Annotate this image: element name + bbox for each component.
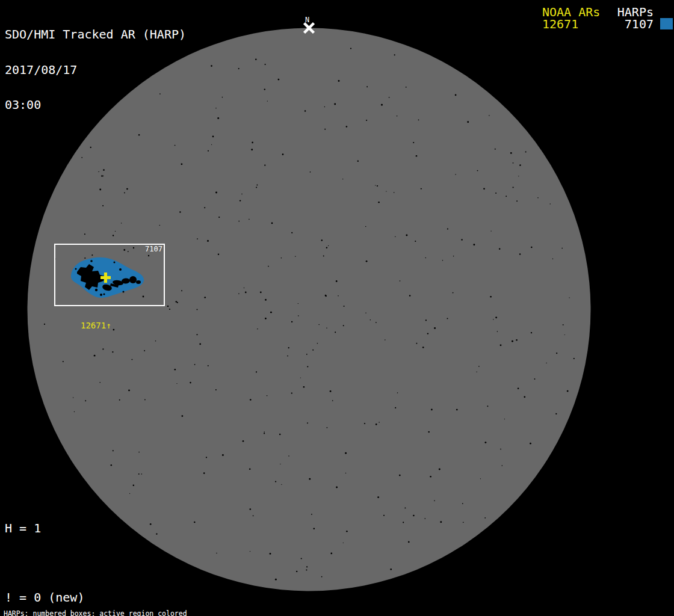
date-label: 2017/08/17 [5,64,186,76]
harp-count-line: H = 1 [5,523,143,534]
caption-harps: HARPs: numbered boxes; active region col… [4,610,246,616]
caption-block: HARPs: numbered boxes; active region col… [4,596,246,616]
title-block: SDO/HMI Tracked AR (HARP) 2017/08/17 03:… [5,5,186,123]
noaa-ars-number: 12671 [542,19,600,31]
noaa-counter: NOAA ARs 12671 [542,7,600,30]
time-label: 03:00 [5,99,186,111]
harp-color-swatch [660,18,673,29]
harps-number: 7107 [603,19,654,31]
harp-tracking-view: { "header": { "title": "SDO/HMI Tracked … [0,0,674,616]
north-label: N [305,16,309,24]
harp-box-number: 7107 [120,245,162,253]
harps-counter: HARPs 7107 [603,7,654,30]
noaa-ar-pointer-label: 12671↑ [81,321,111,330]
page-title: SDO/HMI Tracked AR (HARP) [5,29,186,41]
